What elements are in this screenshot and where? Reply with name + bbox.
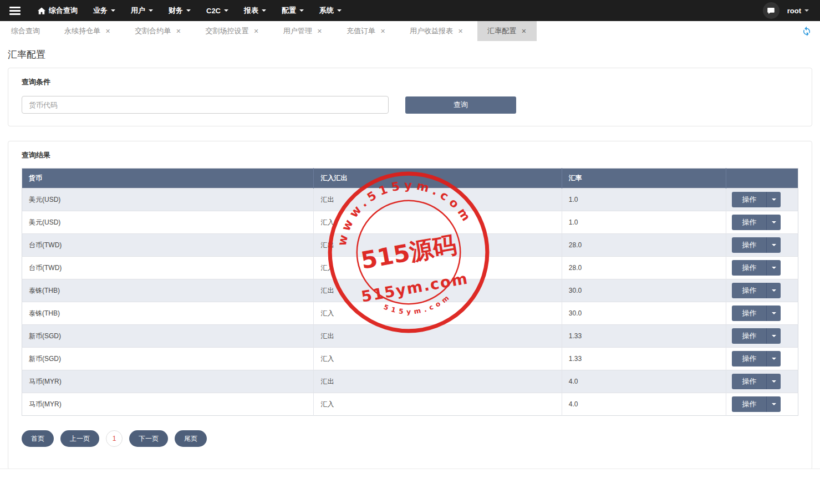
currency-cell: 台币(TWD)	[22, 257, 314, 279]
close-icon[interactable]: ✕	[521, 28, 526, 34]
actions-cell: 操作	[726, 325, 798, 348]
chevron-down-icon	[772, 380, 776, 383]
tab-item-7[interactable]: 汇率配置 ✕	[477, 21, 536, 41]
rate-cell: 1.0	[562, 211, 726, 234]
direction-cell: 汇入	[314, 393, 562, 416]
close-icon[interactable]: ✕	[317, 28, 322, 34]
tab-item-2[interactable]: 交割合约单 ✕	[125, 21, 191, 41]
direction-cell: 汇入	[314, 348, 562, 370]
tab-item-6[interactable]: 用户收益报表 ✕	[400, 21, 473, 41]
currency-cell: 泰铢(THB)	[22, 302, 314, 325]
close-icon[interactable]: ✕	[253, 28, 258, 34]
action-dropdown-toggle[interactable]	[766, 306, 781, 321]
action-dropdown-toggle[interactable]	[766, 237, 781, 253]
currency-cell: 美元(USD)	[22, 211, 314, 234]
currency-cell: 泰铢(THB)	[22, 279, 314, 302]
action-dropdown-toggle[interactable]	[766, 396, 781, 412]
page-button[interactable]: 尾页	[175, 430, 207, 447]
results-panel-title: 查询结果	[22, 150, 798, 160]
nav-item-3[interactable]: 财务	[161, 0, 198, 21]
chevron-down-icon	[299, 9, 304, 12]
action-button[interactable]: 操作	[732, 192, 766, 207]
action-button[interactable]: 操作	[732, 283, 766, 298]
tab-label: 用户管理	[283, 26, 312, 36]
action-dropdown-toggle[interactable]	[766, 215, 781, 230]
actions-cell: 操作	[726, 302, 798, 325]
table-row: 美元(USD) 汇出 1.0 操作	[22, 189, 798, 211]
chevron-down-icon	[772, 221, 776, 223]
table-row: 马币(MYR) 汇出 4.0 操作	[22, 370, 798, 393]
table-row: 美元(USD) 汇入 1.0 操作	[22, 211, 798, 234]
action-dropdown-toggle[interactable]	[766, 192, 781, 207]
chevron-down-icon	[224, 9, 228, 12]
column-header: 汇入汇出	[314, 169, 562, 189]
footer-divider	[0, 469, 820, 504]
rate-cell: 1.33	[562, 325, 726, 348]
chevron-down-icon	[804, 9, 809, 12]
nav-item-6[interactable]: 配置	[274, 0, 312, 21]
user-menu[interactable]: root	[787, 7, 809, 15]
currency-cell: 美元(USD)	[22, 189, 314, 211]
close-icon[interactable]: ✕	[105, 28, 110, 34]
tab-item-3[interactable]: 交割场控设置 ✕	[195, 21, 268, 41]
action-dropdown-toggle[interactable]	[766, 260, 781, 276]
nav-item-5[interactable]: 报表	[236, 0, 274, 21]
action-button[interactable]: 操作	[732, 306, 766, 321]
action-button[interactable]: 操作	[732, 396, 766, 412]
current-page-button[interactable]: 1	[106, 430, 123, 447]
nav-item-label: 综合查询	[49, 6, 78, 16]
chevron-down-icon	[772, 312, 776, 314]
nav-item-0[interactable]: 综合查询	[30, 0, 85, 21]
action-dropdown-toggle[interactable]	[766, 283, 781, 298]
page-button[interactable]: 上一页	[60, 430, 99, 447]
close-icon[interactable]: ✕	[176, 28, 181, 34]
top-navbar: 综合查询 业务 用户 财务 C2C 报表 配置 系统	[0, 0, 820, 21]
nav-item-label: 报表	[244, 6, 258, 16]
currency-code-input[interactable]	[22, 96, 389, 114]
hamburger-menu-button[interactable]	[0, 0, 30, 21]
column-header	[726, 169, 798, 189]
chevron-down-icon	[149, 9, 153, 12]
rate-cell: 28.0	[562, 257, 726, 279]
tab-item-1[interactable]: 永续持仓单 ✕	[54, 21, 120, 41]
chat-icon[interactable]	[763, 2, 780, 19]
nav-item-4[interactable]: C2C	[198, 0, 236, 21]
table-row: 台币(TWD) 汇入 28.0 操作	[22, 257, 798, 279]
page-button[interactable]: 下一页	[129, 430, 168, 447]
page-button[interactable]: 首页	[22, 430, 54, 447]
tab-label: 充值订单	[347, 26, 375, 36]
tab-item-4[interactable]: 用户管理 ✕	[273, 21, 332, 41]
table-row: 泰铢(THB) 汇入 30.0 操作	[22, 302, 798, 325]
action-button[interactable]: 操作	[732, 237, 766, 253]
tab-item-0[interactable]: 综合查询	[1, 21, 50, 41]
chevron-down-icon	[772, 267, 776, 269]
action-button[interactable]: 操作	[732, 260, 766, 276]
nav-item-1[interactable]: 业务	[85, 0, 123, 21]
close-icon[interactable]: ✕	[380, 28, 385, 34]
actions-cell: 操作	[726, 393, 798, 416]
currency-cell: 台币(TWD)	[22, 234, 314, 257]
action-dropdown-toggle[interactable]	[766, 374, 781, 389]
action-button[interactable]: 操作	[732, 328, 766, 344]
tab-item-5[interactable]: 充值订单 ✕	[337, 21, 395, 41]
nav-item-label: 业务	[93, 6, 108, 16]
refresh-button[interactable]	[793, 21, 820, 41]
action-button[interactable]: 操作	[732, 215, 766, 230]
tab-label: 用户收益报表	[410, 26, 453, 36]
action-button[interactable]: 操作	[732, 374, 766, 389]
search-button[interactable]: 查询	[405, 96, 516, 114]
tab-bar-tabs: 综合查询 永续持仓单 ✕ 交割合约单 ✕ 交割场控设置 ✕ 用户管理 ✕ 充值订…	[0, 21, 541, 41]
close-icon[interactable]: ✕	[458, 28, 463, 34]
direction-cell: 汇出	[314, 234, 562, 257]
rate-cell: 30.0	[562, 279, 726, 302]
action-dropdown-toggle[interactable]	[766, 351, 781, 366]
action-button[interactable]: 操作	[732, 351, 766, 366]
rates-table-header-row: 货币汇入汇出汇率	[22, 169, 798, 189]
action-dropdown-toggle[interactable]	[766, 328, 781, 344]
rate-cell: 28.0	[562, 234, 726, 257]
actions-cell: 操作	[726, 257, 798, 279]
nav-item-7[interactable]: 系统	[312, 0, 349, 21]
tab-label: 综合查询	[11, 26, 40, 36]
chat-bubble-icon	[767, 7, 775, 15]
nav-item-2[interactable]: 用户	[123, 0, 161, 21]
